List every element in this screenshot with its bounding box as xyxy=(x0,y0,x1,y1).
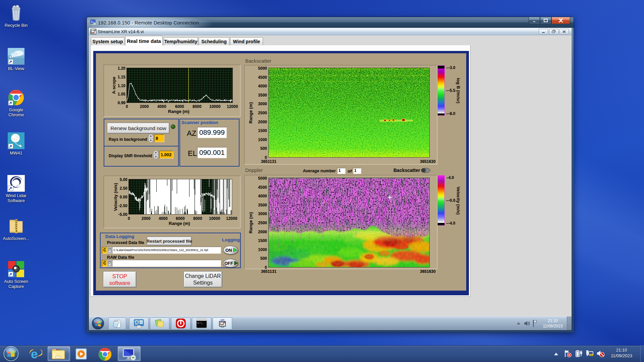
svg-text:C:\_: C:\_ xyxy=(198,322,204,324)
svg-text:e: e xyxy=(31,347,38,361)
